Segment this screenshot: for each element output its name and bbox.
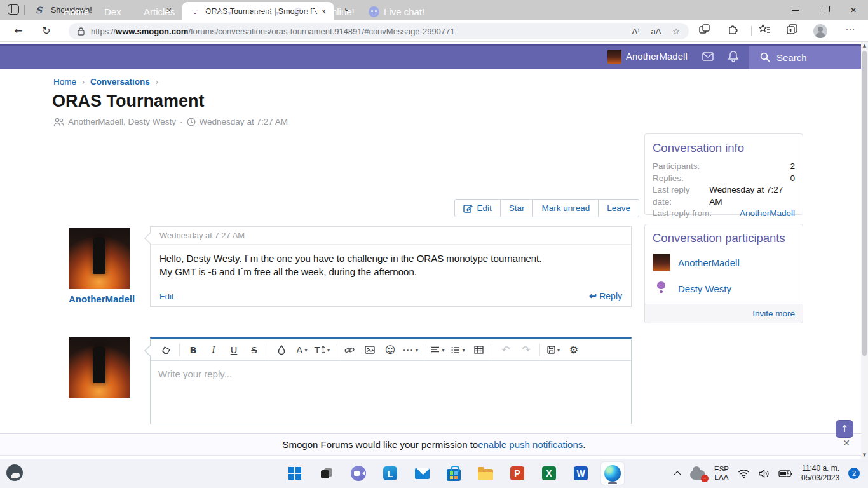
split-screen-icon[interactable]: [699, 24, 710, 35]
participant-avatar[interactable]: [653, 254, 670, 271]
chevron-down-icon: ▾: [462, 347, 465, 353]
collections-icon[interactable]: [787, 24, 798, 35]
alignment-icon[interactable]: ▾: [430, 342, 446, 358]
bold-button[interactable]: B: [185, 342, 201, 358]
participant-avatar[interactable]: [653, 280, 670, 297]
refresh-button[interactable]: ↻: [41, 25, 52, 37]
volume-icon[interactable]: [759, 469, 770, 478]
scrollbar-down-icon[interactable]: ▼: [861, 451, 868, 459]
participant-name-link[interactable]: Desty Westy: [678, 283, 731, 294]
chevron-right-icon: ›: [156, 78, 158, 86]
start-button[interactable]: [283, 462, 306, 485]
teams-chat-button[interactable]: [347, 462, 370, 485]
drafts-icon[interactable]: ▾: [545, 342, 562, 358]
invite-more-link[interactable]: Invite more: [752, 309, 795, 318]
nav-home[interactable]: Home: [64, 6, 89, 17]
notification-count-badge[interactable]: 2: [848, 468, 860, 479]
read-aloud-icon[interactable]: A⁾: [632, 27, 640, 36]
nav-search[interactable]: Search: [749, 46, 868, 69]
extensions-icon[interactable]: [727, 24, 738, 36]
edge-button[interactable]: [601, 462, 624, 485]
insert-table-icon[interactable]: [470, 342, 487, 358]
message-author-avatar[interactable]: [69, 228, 130, 289]
browser-menu-icon[interactable]: …: [845, 22, 856, 33]
message-timestamp[interactable]: Wednesday at 7:27 AM: [151, 227, 631, 245]
font-family-button[interactable]: A▾: [294, 342, 310, 358]
browser-profile-avatar[interactable]: [813, 24, 827, 38]
excel-button[interactable]: X: [538, 462, 560, 485]
insert-link-icon[interactable]: [341, 342, 358, 358]
edit-button[interactable]: Edit: [454, 199, 500, 217]
translate-icon[interactable]: aA: [651, 27, 661, 36]
message-author-name[interactable]: AnotherMadell: [69, 294, 130, 304]
text-color-icon[interactable]: [273, 342, 290, 358]
reply-author-avatar[interactable]: [69, 337, 130, 398]
font-size-button[interactable]: T▾: [314, 342, 330, 358]
last-reply-from-link[interactable]: AnotherMadell: [740, 208, 795, 220]
window-close-button[interactable]: ✕: [839, 0, 868, 20]
message-reply-link[interactable]: ↩Reply: [589, 290, 622, 302]
insert-smilie-icon[interactable]: ☺: [382, 342, 398, 358]
favorites-bar-icon[interactable]: [759, 24, 771, 35]
strikethrough-button[interactable]: S: [246, 342, 262, 358]
mark-unread-button[interactable]: Mark unread: [533, 199, 599, 217]
page-scrollbar[interactable]: ▲ ▼: [861, 42, 868, 459]
nav-articles[interactable]: Articles: [144, 6, 175, 17]
mail-button[interactable]: [410, 462, 433, 485]
alerts-bell-icon[interactable]: [727, 50, 740, 63]
notification-close-icon[interactable]: ✕: [840, 437, 853, 449]
italic-button[interactable]: I: [205, 342, 222, 358]
remove-formatting-icon[interactable]: [158, 342, 174, 358]
scrollbar-thumb[interactable]: [862, 51, 867, 356]
tab-workspaces-icon[interactable]: [8, 4, 19, 15]
scrollbar-up-icon[interactable]: ▲: [861, 42, 868, 50]
battery-charging-icon[interactable]: [778, 470, 792, 478]
message-edit-link[interactable]: Edit: [159, 292, 173, 301]
microsoft-store-button[interactable]: [442, 462, 465, 485]
star-button[interactable]: Star: [501, 199, 534, 217]
back-button[interactable]: ←: [13, 25, 24, 37]
underline-button[interactable]: U: [226, 342, 242, 358]
nav-username[interactable]: AnotherMadell: [626, 51, 688, 62]
breadcrumb-home[interactable]: Home: [53, 77, 76, 86]
participant-name-link[interactable]: AnotherMadell: [678, 257, 740, 268]
word-button[interactable]: W: [569, 462, 592, 485]
leave-button[interactable]: Leave: [599, 199, 639, 217]
lively-app-button[interactable]: L: [379, 462, 402, 485]
nav-users[interactable]: Users▾: [248, 6, 279, 17]
nav-user-avatar[interactable]: [607, 50, 621, 64]
keyboard-language[interactable]: ESPLAA: [714, 465, 729, 482]
task-view-button[interactable]: [315, 462, 338, 485]
onedrive-icon[interactable]: [690, 470, 705, 480]
undo-icon[interactable]: ↶: [498, 342, 514, 358]
inbox-envelope-icon[interactable]: [702, 50, 714, 63]
nav-dex[interactable]: Dex: [104, 6, 121, 17]
nav-play-online[interactable]: S Play online!: [293, 6, 355, 18]
taskbar-icons: L P X W: [283, 462, 624, 485]
nav-live-chat[interactable]: Live chat!: [369, 6, 424, 17]
address-bar[interactable]: https://www.smogon.com/forums/conversati…: [69, 23, 689, 39]
nav-forums[interactable]: Forums▾: [193, 6, 231, 17]
more-options-icon[interactable]: ···▾: [402, 342, 419, 358]
list-icon[interactable]: ▾: [450, 342, 466, 358]
wifi-icon[interactable]: [738, 469, 750, 478]
bb-code-settings-icon[interactable]: ⚙: [566, 342, 582, 358]
url-path: /forums/conversations/oras-tournament.91…: [188, 27, 632, 36]
reply-textarea[interactable]: [151, 361, 631, 423]
toolbar-divider: [751, 26, 752, 36]
taskbar-clock[interactable]: 11:40 a. m.05/03/2023: [801, 464, 839, 483]
window-restore-button[interactable]: [810, 0, 839, 20]
powerpoint-button[interactable]: P: [506, 462, 529, 485]
add-favorite-star-icon[interactable]: ☆: [672, 27, 680, 36]
redo-icon[interactable]: ↷: [518, 342, 534, 358]
scroll-to-top-button[interactable]: ↑: [836, 420, 853, 438]
weather-widget-icon[interactable]: [6, 464, 23, 481]
insert-image-icon[interactable]: [362, 342, 378, 358]
tray-chevron-up-icon[interactable]: [675, 470, 681, 477]
reply-arrow-icon: ↩: [589, 290, 597, 302]
enable-push-notifications-link[interactable]: enable push notifications: [478, 439, 583, 450]
breadcrumb-conversations[interactable]: Conversations: [90, 77, 150, 86]
window-minimize-button[interactable]: [780, 0, 810, 20]
file-explorer-button[interactable]: [474, 462, 497, 485]
store-icon: [447, 469, 461, 481]
